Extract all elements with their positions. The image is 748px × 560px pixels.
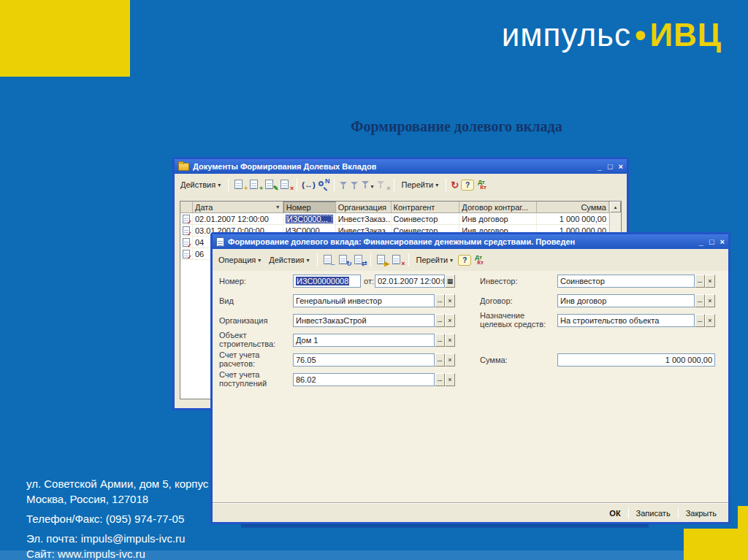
header-sum[interactable]: Сумма xyxy=(537,202,609,213)
clear-button[interactable]: × xyxy=(445,294,455,307)
income-account-field[interactable]: 86.02 xyxy=(293,373,435,386)
date-field[interactable]: 02.01.2007 12:00:00 xyxy=(375,275,445,288)
sort-filter-icon[interactable] xyxy=(339,180,348,190)
construction-object-field[interactable]: Дом 1 xyxy=(293,334,435,347)
chevron-down-icon: ▾ xyxy=(450,257,453,264)
header-icon-column[interactable] xyxy=(180,202,193,213)
help-icon[interactable]: ? xyxy=(461,180,474,191)
kind-label: Вид xyxy=(219,296,289,305)
clear-button[interactable]: × xyxy=(445,353,455,367)
copy-transfer-icon[interactable]: ⇄ xyxy=(353,253,366,266)
maximize-button[interactable]: □ xyxy=(608,162,613,171)
calendar-button[interactable]: ▦ xyxy=(445,275,455,288)
window2-title: Формирование долевого вклада: Финансиров… xyxy=(228,237,575,246)
top-left-accent-square xyxy=(0,0,130,77)
chevron-down-icon: ▾ xyxy=(258,257,261,264)
pick-button[interactable]: ... xyxy=(695,294,705,307)
pick-button[interactable]: ... xyxy=(435,373,445,386)
dt-kt-icon[interactable]: Дт Кт xyxy=(473,255,484,265)
header-contract[interactable]: Договор контраг... xyxy=(459,202,537,213)
pick-button[interactable]: ... xyxy=(435,294,445,307)
close-button[interactable]: × xyxy=(619,162,623,171)
pick-button[interactable]: ... xyxy=(435,314,445,327)
pick-button[interactable]: ... xyxy=(695,314,705,327)
slide: импульс•ИВЦ Формирование долевого вклада… xyxy=(0,0,748,560)
organization-label: Организация xyxy=(219,316,289,325)
actions-menu-button[interactable]: Действия ▾ xyxy=(178,178,224,191)
clear-button[interactable]: × xyxy=(705,314,715,327)
toolbar-separator xyxy=(317,253,318,266)
sum-label: Сумма: xyxy=(480,356,553,364)
unpost-document-icon[interactable]: × xyxy=(391,253,404,266)
scroll-up-icon: ▲ xyxy=(614,205,618,210)
dt-kt-icon[interactable]: Дт Кт xyxy=(476,180,486,190)
logo-dot-icon: • xyxy=(635,17,646,53)
kind-field[interactable]: Генеральный инвестор xyxy=(293,294,435,307)
contract-label: Договор: xyxy=(480,296,553,305)
filter-by-value-icon[interactable] xyxy=(350,180,359,190)
number-field[interactable]: ИЗС00000008 xyxy=(293,275,361,288)
go-menu-button[interactable]: Перейти ▾ xyxy=(399,178,442,191)
go-menu-label: Перейти xyxy=(416,256,449,264)
purpose-field[interactable]: На строительство объекта xyxy=(557,314,695,327)
actions-menu-label: Действия xyxy=(180,180,215,189)
actions-menu-button[interactable]: Действия ▾ xyxy=(266,253,312,266)
operation-menu-button[interactable]: Операция ▾ xyxy=(215,253,264,266)
operation-menu-label: Операция xyxy=(218,256,256,264)
window-document-form: Формирование долевого вклада: Финансиров… xyxy=(210,232,730,524)
company-logo: импульс•ИВЦ xyxy=(502,19,722,51)
toolbar-separator xyxy=(408,253,409,266)
contact-address-line1: ул. Советской Армии, дом 5, корпус 6 xyxy=(26,476,218,491)
purpose-label: Назначение целевых средств: xyxy=(480,311,553,329)
settlement-account-field[interactable]: 76.05 xyxy=(293,353,435,367)
help-icon[interactable]: ? xyxy=(458,255,471,266)
contract-field[interactable]: Инв договор xyxy=(557,294,695,307)
clear-button[interactable]: × xyxy=(445,334,455,347)
clear-button[interactable]: × xyxy=(705,294,715,307)
organization-field[interactable]: ИнвестЗаказСтрой xyxy=(293,314,435,327)
window2-titlebar[interactable]: Формирование долевого вклада: Финансиров… xyxy=(213,234,728,249)
sum-field[interactable]: 1 000 000,00 xyxy=(557,353,715,367)
edit-icon[interactable]: ✎ xyxy=(264,178,277,191)
column-width-icon[interactable]: (↔) xyxy=(302,180,315,189)
save-button[interactable]: Записать xyxy=(629,507,678,520)
minimize-button[interactable]: _ xyxy=(699,237,703,246)
pick-button[interactable]: ... xyxy=(435,334,445,347)
header-date[interactable]: Дата▼ xyxy=(193,202,283,213)
clear-button[interactable]: × xyxy=(705,275,715,288)
find-by-number-icon[interactable]: N xyxy=(318,179,329,191)
add-copy-icon[interactable]: + xyxy=(248,178,262,191)
close-button[interactable]: Закрыть xyxy=(679,507,724,520)
document-posted-icon xyxy=(183,226,190,235)
go-menu-button[interactable]: Перейти ▾ xyxy=(413,253,457,266)
ok-button[interactable]: ОК xyxy=(602,507,627,520)
filter-settings-icon[interactable]: ▾ xyxy=(361,178,374,191)
header-contragent[interactable]: Контрагент xyxy=(392,202,460,213)
document-posted-icon xyxy=(183,250,190,258)
window1-title: Документы Формирования Долевых Вкладов xyxy=(193,162,376,171)
table-header-row: Дата▼ Номер Организация Контрагент Догов… xyxy=(180,202,609,213)
header-organization[interactable]: Организация xyxy=(336,202,392,213)
scroll-up-button[interactable]: ▲ xyxy=(610,202,621,212)
contact-email: Эл. почта: impuls@impuls-ivc.ru xyxy=(26,531,218,546)
toolbar-separator xyxy=(297,178,297,191)
window1-titlebar[interactable]: Документы Формирования Долевых Вкладов _… xyxy=(175,159,627,174)
pick-button[interactable]: ... xyxy=(435,353,445,367)
toolbar-separator xyxy=(394,178,394,191)
minimize-button[interactable]: _ xyxy=(598,162,602,171)
refresh-form-icon[interactable]: ↻ xyxy=(337,253,351,266)
close-button[interactable]: × xyxy=(720,237,725,246)
clear-button[interactable]: × xyxy=(445,314,455,327)
table-row[interactable]: 02.01.2007 12:00:00 ИЗС0000... ИнвестЗак… xyxy=(180,213,609,225)
maximize-button[interactable]: □ xyxy=(709,237,714,246)
clear-button[interactable]: × xyxy=(445,373,455,386)
pick-button[interactable]: ... xyxy=(695,275,705,288)
refresh-icon[interactable]: ↻ xyxy=(451,180,459,190)
delete-icon[interactable]: × xyxy=(279,178,292,191)
investor-field[interactable]: Соинвестор xyxy=(557,275,695,288)
post-document-icon[interactable]: ▶ xyxy=(375,253,389,266)
clear-filter-icon[interactable]: × xyxy=(376,178,389,191)
header-number[interactable]: Номер xyxy=(283,202,336,213)
reread-icon[interactable]: ← xyxy=(322,253,335,266)
add-icon[interactable]: + xyxy=(233,178,246,191)
